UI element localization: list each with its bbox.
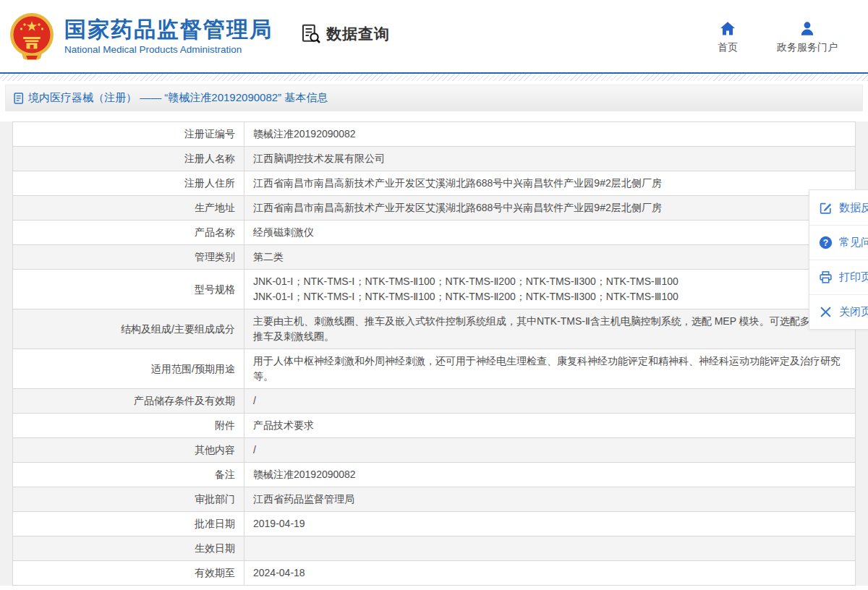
table-row: 产品储存条件及有效期 / xyxy=(13,389,856,414)
row-label: 结构及组成/主要组成成分 xyxy=(13,309,244,349)
table-row: 结构及组成/主要组成成分 主要由主机、刺激线圈、推车及嵌入式软件控制系统组成，其… xyxy=(13,309,856,349)
hatch-strip xyxy=(0,74,868,81)
row-value: 赣械注准20192090082 xyxy=(244,463,856,487)
row-value: 江西省南昌市南昌高新技术产业开发区艾溪湖北路688号中兴南昌软件产业园9#2层北… xyxy=(244,171,856,196)
table-row: 生效日期 xyxy=(13,536,856,561)
row-value: 江西省南昌市南昌高新技术产业开发区艾溪湖北路688号中兴南昌软件产业园9#2层北… xyxy=(244,196,856,221)
feedback-label: 数据反馈 xyxy=(839,201,868,215)
row-label: 生效日期 xyxy=(13,536,244,561)
row-value: 主要由主机、刺激线圈、推车及嵌入式软件控制系统组成，其中NTK-TMS-Ⅱ含主机… xyxy=(244,309,856,349)
document-icon xyxy=(14,93,25,104)
table-row: 有效期至 2024-04-18 xyxy=(13,561,856,586)
row-label: 适用范围/预期用途 xyxy=(13,349,244,389)
org-name-cn: 国家药品监督管理局 xyxy=(64,17,273,42)
row-label: 型号规格 xyxy=(13,270,244,309)
document-search-icon xyxy=(300,23,322,45)
close-icon xyxy=(819,305,833,319)
row-value: 产品技术要求 xyxy=(244,414,856,438)
row-label: 备注 xyxy=(13,463,244,487)
table-row: 型号规格 JNK-01-Ⅰ；NTK-TMS-Ⅰ；NTK-TMS-Ⅱ100；NTK… xyxy=(13,270,856,309)
header-nav: 首页 政务服务门户 xyxy=(706,21,838,54)
print-page-label: 打印页面 xyxy=(839,270,868,284)
table-row: 注册人名称 江西脑调控技术发展有限公司 xyxy=(13,147,856,171)
national-emblem-logo xyxy=(9,12,55,60)
faq-button[interactable]: ? 常见问题 xyxy=(809,225,868,260)
row-value: 经颅磁刺激仪 xyxy=(244,221,856,245)
row-label: 生产地址 xyxy=(13,196,244,221)
table-row: 备注 赣械注准20192090082 xyxy=(13,463,856,487)
question-icon: ? xyxy=(819,236,833,249)
svg-text:?: ? xyxy=(823,238,828,248)
row-value: 江西省药品监督管理局 xyxy=(244,487,856,512)
row-label: 注册人名称 xyxy=(13,147,244,171)
row-value: 赣械注准20192090082 xyxy=(244,122,856,147)
row-value: / xyxy=(244,438,856,463)
table-row: 附件 产品技术要求 xyxy=(13,414,856,438)
feedback-edit-icon xyxy=(819,201,833,215)
row-label: 批准日期 xyxy=(13,512,244,536)
row-value: 用于人体中枢神经刺激和外周神经刺激，还可用于神经电生理检查、康复科神经功能评定和… xyxy=(244,349,856,389)
row-label: 注册证编号 xyxy=(13,122,244,147)
row-value: JNK-01-Ⅰ；NTK-TMS-Ⅰ；NTK-TMS-Ⅱ100；NTK-TMS-… xyxy=(244,270,856,309)
nav-gov-portal[interactable]: 政务服务门户 xyxy=(777,21,838,54)
row-label: 其他内容 xyxy=(13,438,244,463)
table-row: 适用范围/预期用途 用于人体中枢神经刺激和外周神经刺激，还可用于神经电生理检查、… xyxy=(13,349,856,389)
row-value: 第二类 xyxy=(244,245,856,270)
close-page-label: 关闭页面 xyxy=(839,305,868,319)
row-label: 管理类别 xyxy=(13,245,244,270)
page-title-bar: 境内医疗器械（注册） —— “赣械注准20192090082” 基本信息 xyxy=(5,85,863,111)
row-value: / xyxy=(244,389,856,414)
page-title: 境内医疗器械（注册） —— “赣械注准20192090082” 基本信息 xyxy=(28,91,328,105)
row-value: 2019-04-19 xyxy=(244,512,856,536)
row-label: 产品储存条件及有效期 xyxy=(13,389,244,414)
table-row: 生产地址 江西省南昌市南昌高新技术产业开发区艾溪湖北路688号中兴南昌软件产业园… xyxy=(13,196,856,221)
data-query-label: 数据查询 xyxy=(326,24,390,44)
nmpa-device-detail-page: { "header": { "org_cn": "国家药品监督管理局", "or… xyxy=(0,0,868,590)
table-row: 注册证编号 赣械注准20192090082 xyxy=(13,122,856,147)
row-label: 有效期至 xyxy=(13,561,244,586)
table-row: 管理类别 第二类 xyxy=(13,245,856,270)
table-row: 产品名称 经颅磁刺激仪 xyxy=(13,221,856,245)
page-header: 国家药品监督管理局 National Medical Products Admi… xyxy=(0,0,868,72)
row-label: 注册人住所 xyxy=(13,171,244,196)
org-name-en: National Medical Products Administration xyxy=(64,44,273,55)
row-label: 产品名称 xyxy=(13,221,244,245)
info-table-body: 注册证编号 赣械注准20192090082 注册人名称 江西脑调控技术发展有限公… xyxy=(13,122,856,586)
table-wrapper: 注册证编号 赣械注准20192090082 注册人名称 江西脑调控技术发展有限公… xyxy=(0,121,868,586)
table-row: 审批部门 江西省药品监督管理局 xyxy=(13,487,856,512)
row-value: 2024-04-18 xyxy=(244,561,856,586)
feedback-button[interactable]: 数据反馈 xyxy=(809,190,868,225)
table-row: 其他内容 / xyxy=(13,438,856,463)
row-value: 江西脑调控技术发展有限公司 xyxy=(244,147,856,171)
floating-tools-panel: 数据反馈 ? 常见问题 打印页面 关闭页面 xyxy=(809,189,868,330)
close-page-button[interactable]: 关闭页面 xyxy=(809,294,868,329)
home-icon xyxy=(720,21,736,36)
print-page-button[interactable]: 打印页面 xyxy=(809,260,868,294)
row-label: 附件 xyxy=(13,414,244,438)
row-value xyxy=(244,536,856,561)
table-row: 批准日期 2019-04-19 xyxy=(13,512,856,536)
registration-info-table: 注册证编号 赣械注准20192090082 注册人名称 江西脑调控技术发展有限公… xyxy=(12,121,856,586)
nav-home-label: 首页 xyxy=(718,41,738,54)
nav-home[interactable]: 首页 xyxy=(706,21,749,54)
faq-label: 常见问题 xyxy=(839,236,868,249)
user-icon xyxy=(799,21,815,36)
print-icon xyxy=(819,270,833,284)
row-label: 审批部门 xyxy=(13,487,244,512)
brand-block: 国家药品监督管理局 National Medical Products Admi… xyxy=(64,17,273,55)
data-query-entry[interactable]: 数据查询 xyxy=(300,23,390,45)
table-row: 注册人住所 江西省南昌市南昌高新技术产业开发区艾溪湖北路688号中兴南昌软件产业… xyxy=(13,171,856,196)
nav-gov-portal-label: 政务服务门户 xyxy=(777,41,838,54)
